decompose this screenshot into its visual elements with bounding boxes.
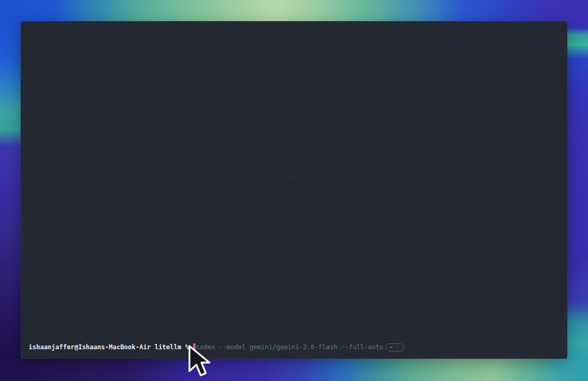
desktop-wallpaper: ... ishaanjaffer@Ishaans-MacBook-Air lit… <box>0 0 588 381</box>
command-line[interactable]: ishaanjaffer@Ishaans-MacBook-Air litellm… <box>29 343 404 351</box>
wallpaper-left-strip <box>0 21 21 359</box>
shell-prompt: ishaanjaffer@Ishaans-MacBook-Air litellm… <box>29 343 193 351</box>
wallpaper-right-strip <box>567 21 588 359</box>
wallpaper-top-strip <box>0 0 588 22</box>
autosuggestion-text: codex --model gemini/gemini-2.0-flash --… <box>196 343 383 351</box>
text-cursor <box>193 343 196 351</box>
accept-suggestion-key-hint: → · <box>385 343 404 351</box>
terminal-window[interactable]: ... ishaanjaffer@Ishaans-MacBook-Air lit… <box>21 21 567 359</box>
loading-indicator: ... <box>21 171 567 179</box>
wallpaper-bottom-strip <box>0 359 588 381</box>
